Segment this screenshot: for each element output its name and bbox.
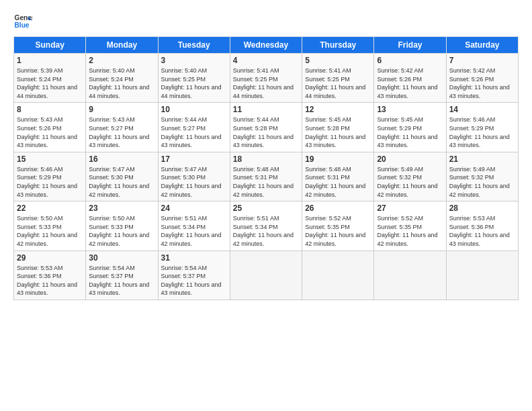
header: General Blue [13,12,519,31]
day-number: 25 [233,203,299,213]
day-cell-24: 24Sunrise: 5:51 AMSunset: 5:34 PMDayligh… [158,201,230,250]
day-info: Sunrise: 5:41 AMSunset: 5:25 PMDaylight:… [305,66,371,100]
day-number: 28 [449,203,515,213]
day-number: 7 [449,56,515,65]
day-info: Sunrise: 5:41 AMSunset: 5:25 PMDaylight:… [233,66,299,100]
day-info: Sunrise: 5:45 AMSunset: 5:29 PMDaylight:… [377,116,443,149]
day-cell-1: 1Sunrise: 5:39 AMSunset: 5:24 PMDaylight… [14,54,86,103]
day-info: Sunrise: 5:47 AMSunset: 5:30 PMDaylight:… [161,165,227,199]
weekday-header-saturday: Saturday [446,37,518,54]
day-number: 14 [449,105,515,114]
week-row-2: 8Sunrise: 5:43 AMSunset: 5:26 PMDaylight… [14,103,519,152]
day-cell-18: 18Sunrise: 5:48 AMSunset: 5:31 PMDayligh… [230,152,302,201]
empty-cell [374,250,446,300]
day-cell-27: 27Sunrise: 5:52 AMSunset: 5:35 PMDayligh… [374,201,446,250]
day-info: Sunrise: 5:50 AMSunset: 5:33 PMDaylight:… [89,214,154,248]
day-info: Sunrise: 5:43 AMSunset: 5:26 PMDaylight:… [17,116,83,149]
day-cell-30: 30Sunrise: 5:54 AMSunset: 5:37 PMDayligh… [86,250,158,300]
week-row-1: 1Sunrise: 5:39 AMSunset: 5:24 PMDaylight… [14,54,519,103]
day-cell-8: 8Sunrise: 5:43 AMSunset: 5:26 PMDaylight… [14,103,86,152]
day-number: 31 [161,253,227,263]
day-number: 4 [233,56,299,65]
day-number: 22 [17,203,83,213]
day-info: Sunrise: 5:48 AMSunset: 5:31 PMDaylight:… [233,165,299,199]
day-cell-25: 25Sunrise: 5:51 AMSunset: 5:34 PMDayligh… [230,201,302,250]
day-info: Sunrise: 5:51 AMSunset: 5:34 PMDaylight:… [161,214,227,248]
day-info: Sunrise: 5:42 AMSunset: 5:26 PMDaylight:… [377,66,443,100]
day-number: 5 [305,56,371,65]
day-number: 30 [89,253,154,263]
week-row-3: 15Sunrise: 5:46 AMSunset: 5:29 PMDayligh… [14,152,519,201]
day-info: Sunrise: 5:44 AMSunset: 5:27 PMDaylight:… [161,116,227,149]
day-info: Sunrise: 5:44 AMSunset: 5:28 PMDaylight:… [233,116,299,149]
day-number: 20 [377,154,443,164]
day-info: Sunrise: 5:53 AMSunset: 5:36 PMDaylight:… [449,214,515,248]
week-row-5: 29Sunrise: 5:53 AMSunset: 5:36 PMDayligh… [14,250,519,300]
day-cell-20: 20Sunrise: 5:49 AMSunset: 5:32 PMDayligh… [374,152,446,201]
day-number: 18 [233,154,299,164]
day-info: Sunrise: 5:46 AMSunset: 5:29 PMDaylight:… [17,165,83,199]
logo-icon: General Blue [13,12,32,31]
day-info: Sunrise: 5:52 AMSunset: 5:35 PMDaylight:… [377,214,443,248]
day-cell-4: 4Sunrise: 5:41 AMSunset: 5:25 PMDaylight… [230,54,302,103]
weekday-header-monday: Monday [86,37,158,54]
day-info: Sunrise: 5:40 AMSunset: 5:24 PMDaylight:… [89,66,154,100]
day-number: 3 [161,56,227,65]
day-cell-12: 12Sunrise: 5:45 AMSunset: 5:28 PMDayligh… [302,103,374,152]
day-number: 2 [89,56,154,65]
weekday-header-thursday: Thursday [302,37,374,54]
day-number: 8 [17,105,83,114]
empty-cell [302,250,374,300]
day-info: Sunrise: 5:47 AMSunset: 5:30 PMDaylight:… [89,165,154,199]
weekday-header-sunday: Sunday [14,37,86,54]
empty-cell [446,250,518,300]
day-info: Sunrise: 5:46 AMSunset: 5:29 PMDaylight:… [449,116,515,149]
day-cell-15: 15Sunrise: 5:46 AMSunset: 5:29 PMDayligh… [14,152,86,201]
svg-text:Blue: Blue [15,21,30,29]
day-info: Sunrise: 5:54 AMSunset: 5:37 PMDaylight:… [161,264,227,298]
day-info: Sunrise: 5:51 AMSunset: 5:34 PMDaylight:… [233,214,299,248]
day-cell-5: 5Sunrise: 5:41 AMSunset: 5:25 PMDaylight… [302,54,374,103]
day-cell-7: 7Sunrise: 5:42 AMSunset: 5:26 PMDaylight… [446,54,518,103]
weekday-header-wednesday: Wednesday [230,37,302,54]
day-cell-29: 29Sunrise: 5:53 AMSunset: 5:36 PMDayligh… [14,250,86,300]
day-number: 1 [17,56,83,65]
day-cell-16: 16Sunrise: 5:47 AMSunset: 5:30 PMDayligh… [86,152,158,201]
week-row-4: 22Sunrise: 5:50 AMSunset: 5:33 PMDayligh… [14,201,519,250]
weekday-header-row: SundayMondayTuesdayWednesdayThursdayFrid… [14,37,519,54]
day-cell-14: 14Sunrise: 5:46 AMSunset: 5:29 PMDayligh… [446,103,518,152]
day-cell-21: 21Sunrise: 5:49 AMSunset: 5:32 PMDayligh… [446,152,518,201]
day-number: 27 [377,203,443,213]
day-info: Sunrise: 5:50 AMSunset: 5:33 PMDaylight:… [17,214,83,248]
day-cell-6: 6Sunrise: 5:42 AMSunset: 5:26 PMDaylight… [374,54,446,103]
day-cell-31: 31Sunrise: 5:54 AMSunset: 5:37 PMDayligh… [158,250,230,300]
weekday-header-tuesday: Tuesday [158,37,230,54]
day-cell-13: 13Sunrise: 5:45 AMSunset: 5:29 PMDayligh… [374,103,446,152]
page: General Blue SundayMondayTuesdayWednesda… [0,0,532,411]
day-info: Sunrise: 5:42 AMSunset: 5:26 PMDaylight:… [449,66,515,100]
day-info: Sunrise: 5:39 AMSunset: 5:24 PMDaylight:… [17,66,83,100]
day-cell-17: 17Sunrise: 5:47 AMSunset: 5:30 PMDayligh… [158,152,230,201]
day-info: Sunrise: 5:48 AMSunset: 5:31 PMDaylight:… [305,165,371,199]
day-number: 26 [305,203,371,213]
day-info: Sunrise: 5:45 AMSunset: 5:28 PMDaylight:… [305,116,371,149]
day-cell-19: 19Sunrise: 5:48 AMSunset: 5:31 PMDayligh… [302,152,374,201]
day-info: Sunrise: 5:53 AMSunset: 5:36 PMDaylight:… [17,264,83,298]
day-number: 12 [305,105,371,114]
day-number: 29 [17,253,83,263]
day-number: 23 [89,203,154,213]
day-info: Sunrise: 5:54 AMSunset: 5:37 PMDaylight:… [89,264,154,298]
empty-cell [230,250,302,300]
day-info: Sunrise: 5:52 AMSunset: 5:35 PMDaylight:… [305,214,371,248]
calendar: SundayMondayTuesdayWednesdayThursdayFrid… [13,36,519,300]
day-cell-11: 11Sunrise: 5:44 AMSunset: 5:28 PMDayligh… [230,103,302,152]
day-number: 6 [377,56,443,65]
day-info: Sunrise: 5:49 AMSunset: 5:32 PMDaylight:… [449,165,515,199]
day-cell-3: 3Sunrise: 5:40 AMSunset: 5:25 PMDaylight… [158,54,230,103]
day-number: 15 [17,154,83,164]
day-cell-26: 26Sunrise: 5:52 AMSunset: 5:35 PMDayligh… [302,201,374,250]
day-cell-10: 10Sunrise: 5:44 AMSunset: 5:27 PMDayligh… [158,103,230,152]
day-cell-28: 28Sunrise: 5:53 AMSunset: 5:36 PMDayligh… [446,201,518,250]
weekday-header-friday: Friday [374,37,446,54]
day-number: 21 [449,154,515,164]
